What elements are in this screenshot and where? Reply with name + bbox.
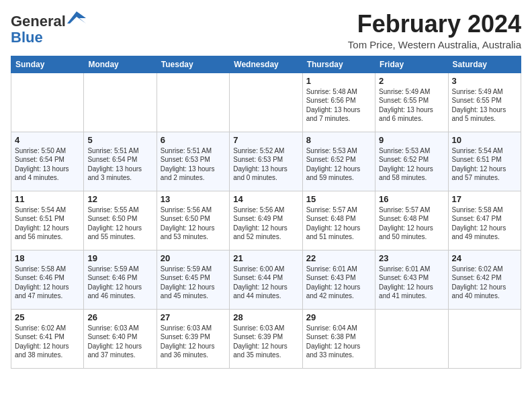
day-number: 5 xyxy=(87,135,152,145)
day-info: Sunrise: 5:55 AM Sunset: 6:50 PM Dayligh… xyxy=(87,205,152,242)
table-row: 25Sunrise: 6:02 AM Sunset: 6:41 PM Dayli… xyxy=(11,309,84,368)
day-number: 14 xyxy=(233,194,298,204)
table-row: 17Sunrise: 5:58 AM Sunset: 6:47 PM Dayli… xyxy=(448,191,521,250)
table-row: 1Sunrise: 5:48 AM Sunset: 6:56 PM Daylig… xyxy=(302,73,375,132)
day-number: 11 xyxy=(15,194,80,204)
day-number: 24 xyxy=(452,253,517,263)
day-info: Sunrise: 5:50 AM Sunset: 6:54 PM Dayligh… xyxy=(15,146,80,183)
calendar-week-3: 11Sunrise: 5:54 AM Sunset: 6:51 PM Dayli… xyxy=(11,191,521,250)
col-tuesday: Tuesday xyxy=(157,56,229,73)
day-info: Sunrise: 6:00 AM Sunset: 6:44 PM Dayligh… xyxy=(233,265,298,301)
col-saturday: Saturday xyxy=(448,56,521,73)
day-number: 1 xyxy=(306,76,371,86)
day-info: Sunrise: 6:02 AM Sunset: 6:41 PM Dayligh… xyxy=(15,324,80,360)
table-row xyxy=(157,73,229,132)
table-row: 23Sunrise: 6:01 AM Sunset: 6:43 PM Dayli… xyxy=(375,250,448,309)
col-sunday: Sunday xyxy=(11,56,84,73)
day-info: Sunrise: 5:56 AM Sunset: 6:49 PM Dayligh… xyxy=(233,205,298,242)
table-row: 18Sunrise: 5:58 AM Sunset: 6:46 PM Dayli… xyxy=(11,250,84,309)
location-title: Tom Price, Western Australia, Australia xyxy=(348,39,521,50)
col-thursday: Thursday xyxy=(302,56,375,73)
col-monday: Monday xyxy=(84,56,157,73)
table-row: 4Sunrise: 5:50 AM Sunset: 6:54 PM Daylig… xyxy=(11,132,84,191)
day-number: 10 xyxy=(452,135,517,145)
day-number: 8 xyxy=(306,135,371,145)
table-row: 16Sunrise: 5:57 AM Sunset: 6:48 PM Dayli… xyxy=(375,191,448,250)
day-number: 20 xyxy=(161,253,226,263)
table-row: 9Sunrise: 5:53 AM Sunset: 6:52 PM Daylig… xyxy=(375,132,448,191)
day-number: 13 xyxy=(161,194,226,204)
day-number: 21 xyxy=(233,253,298,263)
table-row: 10Sunrise: 5:54 AM Sunset: 6:51 PM Dayli… xyxy=(448,132,521,191)
day-info: Sunrise: 5:58 AM Sunset: 6:47 PM Dayligh… xyxy=(452,205,517,242)
day-number: 17 xyxy=(452,194,517,204)
calendar-week-1: 1Sunrise: 5:48 AM Sunset: 6:56 PM Daylig… xyxy=(11,73,521,132)
day-number: 27 xyxy=(161,312,226,322)
table-row xyxy=(230,73,302,132)
page-header: General Blue February 2024 Tom Price, We… xyxy=(11,11,521,50)
title-section: February 2024 Tom Price, Western Austral… xyxy=(348,11,521,50)
table-row: 27Sunrise: 6:03 AM Sunset: 6:39 PM Dayli… xyxy=(157,309,229,368)
logo: General Blue xyxy=(11,13,86,46)
day-info: Sunrise: 5:54 AM Sunset: 6:51 PM Dayligh… xyxy=(15,205,80,242)
logo-blue-text: Blue xyxy=(11,29,43,46)
day-number: 25 xyxy=(15,312,80,322)
day-info: Sunrise: 5:49 AM Sunset: 6:55 PM Dayligh… xyxy=(379,87,444,124)
table-row xyxy=(448,309,521,368)
day-info: Sunrise: 6:01 AM Sunset: 6:43 PM Dayligh… xyxy=(379,265,444,301)
day-number: 4 xyxy=(15,135,80,145)
table-row xyxy=(84,73,157,132)
table-row: 6Sunrise: 5:51 AM Sunset: 6:53 PM Daylig… xyxy=(157,132,229,191)
table-row xyxy=(11,73,84,132)
day-info: Sunrise: 5:48 AM Sunset: 6:56 PM Dayligh… xyxy=(306,87,371,124)
table-row: 21Sunrise: 6:00 AM Sunset: 6:44 PM Dayli… xyxy=(230,250,302,309)
day-number: 9 xyxy=(379,135,444,145)
logo-general-text: General xyxy=(11,13,66,30)
day-info: Sunrise: 6:03 AM Sunset: 6:39 PM Dayligh… xyxy=(233,324,298,360)
day-info: Sunrise: 5:49 AM Sunset: 6:55 PM Dayligh… xyxy=(452,87,517,124)
day-number: 6 xyxy=(161,135,226,145)
col-friday: Friday xyxy=(375,56,448,73)
table-row: 11Sunrise: 5:54 AM Sunset: 6:51 PM Dayli… xyxy=(11,191,84,250)
day-info: Sunrise: 5:59 AM Sunset: 6:46 PM Dayligh… xyxy=(87,265,152,301)
calendar-header-row: Sunday Monday Tuesday Wednesday Thursday… xyxy=(11,56,521,73)
calendar-week-5: 25Sunrise: 6:02 AM Sunset: 6:41 PM Dayli… xyxy=(11,309,521,368)
day-info: Sunrise: 5:57 AM Sunset: 6:48 PM Dayligh… xyxy=(306,205,371,242)
day-number: 2 xyxy=(379,76,444,86)
day-number: 26 xyxy=(87,312,152,322)
day-number: 7 xyxy=(233,135,298,145)
day-info: Sunrise: 5:56 AM Sunset: 6:50 PM Dayligh… xyxy=(161,205,226,242)
day-info: Sunrise: 5:54 AM Sunset: 6:51 PM Dayligh… xyxy=(452,146,517,183)
day-info: Sunrise: 5:58 AM Sunset: 6:46 PM Dayligh… xyxy=(15,265,80,301)
day-number: 29 xyxy=(306,312,371,322)
day-number: 12 xyxy=(87,194,152,204)
table-row: 3Sunrise: 5:49 AM Sunset: 6:55 PM Daylig… xyxy=(448,73,521,132)
day-info: Sunrise: 5:59 AM Sunset: 6:45 PM Dayligh… xyxy=(161,265,226,301)
day-info: Sunrise: 6:03 AM Sunset: 6:39 PM Dayligh… xyxy=(161,324,226,360)
table-row: 8Sunrise: 5:53 AM Sunset: 6:52 PM Daylig… xyxy=(302,132,375,191)
day-number: 18 xyxy=(15,253,80,263)
day-number: 28 xyxy=(233,312,298,322)
table-row: 15Sunrise: 5:57 AM Sunset: 6:48 PM Dayli… xyxy=(302,191,375,250)
table-row: 5Sunrise: 5:51 AM Sunset: 6:54 PM Daylig… xyxy=(84,132,157,191)
table-row: 2Sunrise: 5:49 AM Sunset: 6:55 PM Daylig… xyxy=(375,73,448,132)
table-row: 19Sunrise: 5:59 AM Sunset: 6:46 PM Dayli… xyxy=(84,250,157,309)
table-row: 20Sunrise: 5:59 AM Sunset: 6:45 PM Dayli… xyxy=(157,250,229,309)
col-wednesday: Wednesday xyxy=(230,56,302,73)
calendar-week-2: 4Sunrise: 5:50 AM Sunset: 6:54 PM Daylig… xyxy=(11,132,521,191)
day-number: 16 xyxy=(379,194,444,204)
day-info: Sunrise: 6:03 AM Sunset: 6:40 PM Dayligh… xyxy=(87,324,152,360)
day-info: Sunrise: 5:51 AM Sunset: 6:54 PM Dayligh… xyxy=(87,146,152,183)
table-row: 13Sunrise: 5:56 AM Sunset: 6:50 PM Dayli… xyxy=(157,191,229,250)
day-info: Sunrise: 6:01 AM Sunset: 6:43 PM Dayligh… xyxy=(306,265,371,301)
day-number: 23 xyxy=(379,253,444,263)
day-info: Sunrise: 5:57 AM Sunset: 6:48 PM Dayligh… xyxy=(379,205,444,242)
day-info: Sunrise: 5:53 AM Sunset: 6:52 PM Dayligh… xyxy=(379,146,444,183)
day-info: Sunrise: 6:04 AM Sunset: 6:38 PM Dayligh… xyxy=(306,324,371,360)
day-info: Sunrise: 5:52 AM Sunset: 6:53 PM Dayligh… xyxy=(233,146,298,183)
svg-marker-0 xyxy=(67,11,86,24)
table-row: 22Sunrise: 6:01 AM Sunset: 6:43 PM Dayli… xyxy=(302,250,375,309)
day-info: Sunrise: 5:51 AM Sunset: 6:53 PM Dayligh… xyxy=(161,146,226,183)
day-number: 19 xyxy=(87,253,152,263)
day-info: Sunrise: 5:53 AM Sunset: 6:52 PM Dayligh… xyxy=(306,146,371,183)
